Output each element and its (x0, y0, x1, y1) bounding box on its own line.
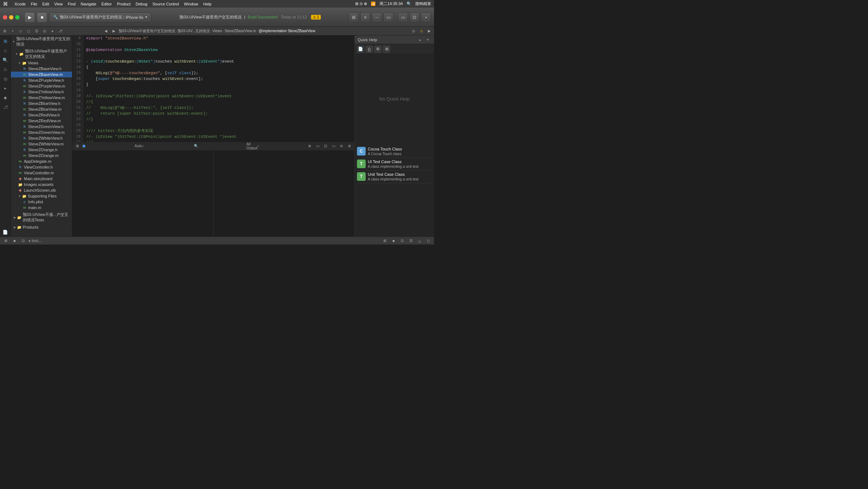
sidebar-item-stevezorange-m[interactable]: m SteveZOrange.m (11, 153, 72, 158)
statusbar-icon-1[interactable]: ⊞ (382, 238, 388, 244)
sidebar-item-main-storyboard[interactable]: ◉ Main.storyboard (11, 176, 72, 182)
run-button[interactable]: ▶ (25, 12, 35, 22)
statusbar-icon-2[interactable]: ■ (391, 238, 396, 244)
qh-expand-icon[interactable]: ▼ (425, 37, 431, 43)
qh-brace-icon[interactable]: {} (366, 46, 373, 53)
sidebar-item-stevezredview-m[interactable]: m SteveZRedView.m (11, 118, 72, 124)
line-content-25[interactable]: //// hitTest:方法内部的参考实现 (83, 128, 354, 134)
sidebar-group-header-main[interactable]: ▼ 预03-UIView不接受用户交互的情况 (11, 35, 72, 48)
statusbar-icon-6[interactable]: ◻ (425, 238, 431, 244)
output-selector[interactable]: All Output ↕ (250, 143, 256, 149)
editor-syntax-selector[interactable]: Auto ↕ (136, 143, 142, 149)
layout-btn-3[interactable]: ▪ (421, 12, 431, 22)
layout-btn-2[interactable]: ⊡ (409, 12, 420, 22)
menu-edit[interactable]: Edit (42, 2, 49, 6)
file-tree-icon[interactable]: ⊞ (1, 28, 8, 34)
clear-console-icon[interactable]: ⊗ (307, 143, 312, 149)
line-content-17[interactable]: } (83, 82, 354, 88)
menu-view[interactable]: View (54, 2, 63, 6)
sidebar-item-stevezorange-h[interactable]: h SteveZOrange.h (11, 147, 72, 153)
sidebar-item-launchscreen-xib[interactable]: ◉ LaunchScreen.xib (11, 187, 72, 193)
sidebar-item-tests-group[interactable]: ▶ 📁 预03-UIView不接...户交互的情况Tests (11, 211, 72, 224)
activity-source-control[interactable]: ⎇ (1, 103, 10, 111)
breadcrumb-symbol[interactable]: @implementation SteveZBaseView (259, 29, 315, 33)
sidebar-item-stevezbaseview-m[interactable]: m SteveZBaseView.m (11, 72, 72, 77)
forward-button[interactable]: ▶ (111, 28, 117, 34)
breadcrumb-file[interactable]: SteveZBaseView.m (225, 29, 256, 33)
breakpoint-icon[interactable]: ◻ (25, 28, 32, 34)
line-content-15[interactable]: NSLog(@"%@----touchesBegan", [self class… (83, 70, 354, 76)
activity-tests[interactable]: ◎ (1, 75, 10, 83)
console-view-btn-3[interactable]: ▭ (331, 143, 336, 149)
line-content-9[interactable]: #import "SteveZBaseView.h" (83, 35, 354, 41)
sidebar-item-products-group[interactable]: ▶ 📁 Products (11, 224, 72, 230)
layout-btn-1[interactable]: ▭ (398, 12, 408, 22)
menu-xcode[interactable]: Xcode (14, 2, 26, 6)
line-content-14[interactable]: { (83, 64, 354, 70)
qh-doc-icon[interactable]: 📄 (357, 46, 364, 53)
sidebar-item-stevezgreenview-h[interactable]: h SteveZGreenView.h (11, 124, 72, 129)
sidebar-item-viewcontroller-h[interactable]: h ViewController.h (11, 164, 72, 170)
minimize-button[interactable] (9, 15, 13, 20)
line-content-23[interactable]: //} (83, 116, 354, 122)
code-view-button[interactable]: ≡ (360, 12, 370, 22)
find-replace-icon[interactable]: 🔍 (193, 143, 199, 149)
menu-source-control[interactable]: Source Control (152, 2, 179, 6)
source-control-icon[interactable]: ⎇ (57, 28, 64, 34)
activity-find[interactable]: 🔍 (1, 56, 10, 64)
sidebar-item-stevezbaseview-h[interactable]: h SteveZBaseView.h (11, 66, 72, 72)
scheme-selector[interactable]: 🔧 预03-UIView不接受用户交互的情况 | iPhone 6s ▼ (49, 12, 152, 22)
back-button[interactable]: ◀ (103, 28, 109, 34)
line-content-13[interactable]: - (void)touchesBegan:(NSSet*)touches wit… (83, 59, 354, 64)
activity-bookmarks[interactable]: ◇ (1, 46, 10, 55)
sidebar-item-stevezpurpleview-h[interactable]: h SteveZPurpleView.h (11, 77, 72, 83)
hide-utilities-button[interactable]: ▭ (383, 12, 393, 22)
menu-debug[interactable]: Debug (136, 2, 147, 6)
sidebar-item-stevezgreenview-m[interactable]: m SteveZGreenView.m (11, 129, 72, 135)
qh-collapse-icon[interactable]: ▲ (417, 37, 423, 43)
statusbar-icon-4[interactable]: ☰ (408, 238, 414, 244)
test-icon[interactable]: ◎ (41, 28, 48, 34)
close-button[interactable] (3, 15, 7, 20)
statusbar-debug-toggle[interactable]: ■ (12, 238, 17, 244)
statusbar-icon-5[interactable]: △ (417, 238, 422, 244)
line-content-20[interactable]: //{ (83, 99, 354, 105)
qh-gear-icon[interactable]: ⚙ (374, 46, 382, 53)
menu-editor[interactable]: Editor (101, 2, 112, 6)
sidebar-item-viewcontroller-m[interactable]: m ViewController.m (11, 170, 72, 176)
activity-breakpoints[interactable]: ◆ (1, 93, 10, 102)
sidebar-item-stevezwhiteview-m[interactable]: m SteveZWhiteView.m (11, 141, 72, 147)
sidebar-item-appdelegate-m[interactable]: m AppDelegate.m (11, 158, 72, 164)
qh-item-unit-test[interactable]: T Unit Test Case Class A class implement… (357, 171, 432, 183)
sidebar-item-stevezyellowview-m[interactable]: m SteveZYellowView.m (11, 95, 72, 101)
sidebar-item-stevezwhiteview-h[interactable]: h SteveZWhiteView.h (11, 135, 72, 141)
code-content[interactable]: 9 #import "SteveZBaseView.h" 10 11 @impl… (72, 35, 354, 142)
line-content-19[interactable]: //- (UIView*)hitTest:(CGPoint)point with… (83, 93, 354, 99)
line-content-26[interactable]: //- (UIView *)hitTest:(CGPoint)point wit… (83, 134, 354, 140)
line-content-16[interactable]: [super touchesBegan:touches withEvent:ev… (83, 76, 354, 82)
menu-window[interactable]: Window (184, 2, 198, 6)
line-content-12[interactable] (83, 53, 354, 59)
statusbar-icon-3[interactable]: ⊡ (399, 238, 405, 244)
maximize-button[interactable] (15, 15, 20, 20)
console-zoom-in-icon[interactable]: ⊕ (346, 143, 352, 149)
sidebar-item-stevezredview-h[interactable]: h SteveZRedView.h (11, 112, 72, 118)
sidebar-item-images-xcassets[interactable]: 📁 Images.xcassets (11, 182, 72, 187)
console-zoom-out-icon[interactable]: ⊖ (339, 143, 344, 149)
activity-issues[interactable]: ⚠ (1, 65, 10, 74)
sidebar-item-root-expanded[interactable]: ▼ 📁 预03-UIView不接受用户交互的情况 (11, 48, 72, 60)
editor-bottom-left-icon[interactable]: ⊞ (75, 143, 80, 149)
add-file-icon[interactable]: + (9, 28, 16, 34)
line-content-10[interactable] (83, 41, 354, 47)
issue-icon[interactable]: ☰ (33, 28, 40, 34)
assistant-editor-button[interactable]: ↔ (372, 12, 382, 22)
sidebar-item-stevezblueview-h[interactable]: h SteveZBlueView.h (11, 101, 72, 106)
sidebar-folder-supporting[interactable]: ▼ 📁 Supporting Files (11, 193, 72, 199)
activity-new-file[interactable]: 📄 (1, 228, 10, 237)
menu-navigate[interactable]: Navigate (81, 2, 96, 6)
apple-menu[interactable]: ⌘ (3, 1, 8, 7)
line-content-22[interactable]: // return [super hitTest:point withEvent… (83, 111, 354, 116)
bookmark-icon[interactable]: ◇ (17, 28, 24, 34)
statusbar-panel-toggle[interactable]: ⊞ (3, 238, 9, 244)
breadcrumb-warning-icon[interactable]: ⚠ (418, 28, 425, 34)
